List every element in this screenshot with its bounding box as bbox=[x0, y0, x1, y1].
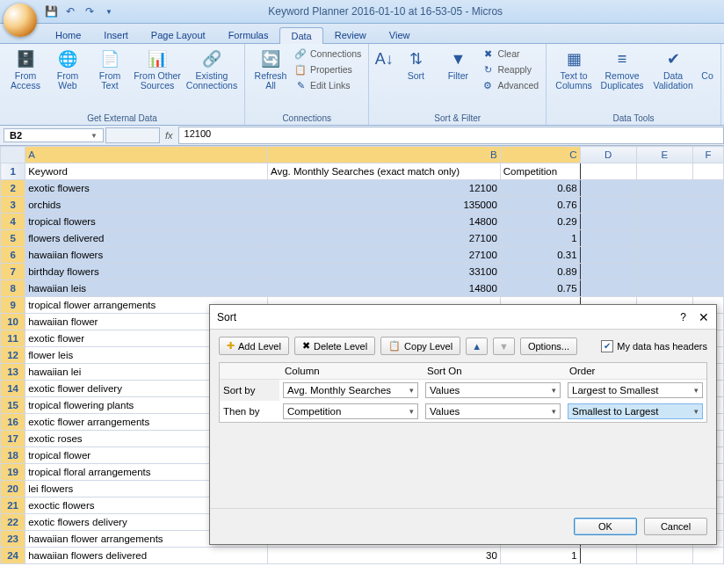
cell[interactable] bbox=[636, 180, 692, 197]
row-header[interactable]: 12 bbox=[1, 347, 25, 364]
cell[interactable]: 1 bbox=[500, 548, 580, 564]
cell[interactable] bbox=[636, 264, 692, 280]
cell[interactable]: Avg. Monthly Searches (exact match only) bbox=[267, 163, 500, 180]
cell[interactable]: 27100 bbox=[267, 247, 500, 264]
cell[interactable]: 0.31 bbox=[500, 247, 580, 264]
tab-view[interactable]: View bbox=[378, 26, 422, 43]
row-header[interactable]: 1 bbox=[1, 163, 25, 180]
cancel-button[interactable]: Cancel bbox=[644, 518, 707, 535]
row-header[interactable]: 10 bbox=[1, 314, 25, 330]
tab-review[interactable]: Review bbox=[323, 26, 378, 43]
row-header[interactable]: 14 bbox=[1, 381, 25, 397]
cell[interactable] bbox=[580, 548, 636, 564]
col-header-c[interactable]: C bbox=[500, 147, 580, 163]
qat-dropdown-icon[interactable]: ▼ bbox=[102, 4, 116, 18]
cell[interactable] bbox=[693, 214, 724, 230]
row-header[interactable]: 4 bbox=[1, 214, 25, 230]
undo-icon[interactable]: ↶ bbox=[63, 4, 77, 18]
cell[interactable]: 12100 bbox=[267, 180, 500, 197]
row-header[interactable]: 22 bbox=[1, 514, 25, 531]
move-up-button[interactable]: ▲ bbox=[466, 338, 488, 355]
cell[interactable]: hawaiian leis bbox=[25, 280, 268, 297]
cell[interactable] bbox=[580, 163, 636, 180]
tab-home[interactable]: Home bbox=[44, 26, 92, 43]
properties-button[interactable]: 📋Properties bbox=[293, 62, 363, 76]
row-header[interactable]: 24 bbox=[1, 548, 25, 564]
help-icon[interactable]: ? bbox=[680, 311, 686, 323]
copy-level-button[interactable]: 📋Copy Level bbox=[380, 337, 460, 355]
cell[interactable]: birthday flowers bbox=[25, 264, 268, 280]
sort-column-select[interactable]: Avg. Monthly Searches▾ bbox=[283, 382, 418, 398]
name-box[interactable]: B2▼ bbox=[4, 128, 104, 142]
cell[interactable]: 14800 bbox=[267, 280, 500, 297]
filter-button[interactable]: ▼Filter bbox=[438, 47, 478, 83]
row-header[interactable]: 19 bbox=[1, 464, 25, 481]
cell[interactable]: flowers delivered bbox=[25, 230, 268, 247]
dialog-titlebar[interactable]: Sort ? ✕ bbox=[210, 305, 716, 330]
sort-column-select[interactable]: Competition▾ bbox=[283, 403, 418, 419]
cell[interactable] bbox=[636, 548, 692, 564]
col-header-d[interactable]: D bbox=[580, 147, 636, 163]
headers-checkbox[interactable]: ✔My data has headers bbox=[601, 340, 707, 352]
clear-button[interactable]: ✖Clear bbox=[480, 47, 540, 61]
row-header[interactable]: 3 bbox=[1, 197, 25, 214]
connections-button[interactable]: 🔗Connections bbox=[293, 47, 363, 61]
row-header[interactable]: 23 bbox=[1, 531, 25, 548]
row-header[interactable]: 16 bbox=[1, 414, 25, 431]
cell[interactable] bbox=[580, 214, 636, 230]
cell[interactable]: 14800 bbox=[267, 214, 500, 230]
sort-on-select[interactable]: Values▾ bbox=[425, 403, 561, 419]
delete-level-button[interactable]: ✖Delete Level bbox=[294, 337, 375, 355]
cell[interactable] bbox=[693, 180, 724, 197]
row-header[interactable]: 17 bbox=[1, 431, 25, 447]
sort-order-select[interactable]: Smallest to Largest▾ bbox=[568, 403, 703, 419]
add-level-button[interactable]: ✚Add Level bbox=[219, 337, 289, 355]
consolidate-button[interactable]: Co bbox=[699, 47, 715, 83]
ok-button[interactable]: OK bbox=[574, 518, 637, 535]
cell[interactable]: 0.89 bbox=[500, 264, 580, 280]
from-web-button[interactable]: 🌐From Web bbox=[47, 47, 88, 92]
from-text-button[interactable]: 📄From Text bbox=[90, 47, 130, 92]
from-access-button[interactable]: 🗄️From Access bbox=[5, 47, 46, 92]
cell[interactable] bbox=[636, 214, 692, 230]
row-header[interactable]: 5 bbox=[1, 230, 25, 247]
office-button[interactable] bbox=[4, 4, 37, 37]
cell[interactable] bbox=[580, 264, 636, 280]
redo-icon[interactable]: ↷ bbox=[83, 4, 97, 18]
sort-on-select[interactable]: Values▾ bbox=[425, 382, 561, 398]
col-header-e[interactable]: E bbox=[636, 147, 692, 163]
cell[interactable] bbox=[580, 280, 636, 297]
sort-button[interactable]: ⇅Sort bbox=[395, 47, 436, 83]
cell[interactable]: 0.76 bbox=[500, 197, 580, 214]
cell[interactable] bbox=[636, 163, 692, 180]
move-down-button[interactable]: ▼ bbox=[493, 338, 515, 355]
row-header[interactable]: 2 bbox=[1, 180, 25, 197]
cell[interactable]: exotic flowers bbox=[25, 180, 268, 197]
cell[interactable] bbox=[693, 280, 724, 297]
fx-icon[interactable]: fx bbox=[165, 130, 173, 141]
refresh-all-button[interactable]: 🔄Refresh All bbox=[250, 47, 291, 92]
cell[interactable]: hawaiian flowers bbox=[25, 247, 268, 264]
cell[interactable]: 135000 bbox=[267, 197, 500, 214]
tab-insert[interactable]: Insert bbox=[92, 26, 140, 43]
tab-formulas[interactable]: Formulas bbox=[217, 26, 280, 43]
row-header[interactable]: 15 bbox=[1, 397, 25, 414]
data-validation-button[interactable]: ✔Data Validation bbox=[648, 47, 698, 92]
cell[interactable] bbox=[636, 230, 692, 247]
col-header-f[interactable]: F bbox=[693, 147, 724, 163]
from-other-sources-button[interactable]: 📊From Other Sources bbox=[132, 47, 183, 92]
remove-duplicates-button[interactable]: ≡Remove Duplicates bbox=[597, 47, 647, 92]
cell[interactable]: 0.68 bbox=[500, 180, 580, 197]
save-icon[interactable]: 💾 bbox=[44, 4, 58, 18]
cell[interactable] bbox=[693, 230, 724, 247]
tab-page-layout[interactable]: Page Layout bbox=[140, 26, 217, 43]
cell[interactable]: orchids bbox=[25, 197, 268, 214]
cell[interactable] bbox=[580, 180, 636, 197]
select-all-corner[interactable] bbox=[1, 147, 25, 163]
row-header[interactable]: 7 bbox=[1, 264, 25, 280]
row-header[interactable]: 11 bbox=[1, 330, 25, 347]
cell[interactable]: 33100 bbox=[267, 264, 500, 280]
cell[interactable]: Competition bbox=[500, 163, 580, 180]
text-to-columns-button[interactable]: ▦Text to Columns bbox=[552, 47, 596, 92]
cell[interactable]: 27100 bbox=[267, 230, 500, 247]
